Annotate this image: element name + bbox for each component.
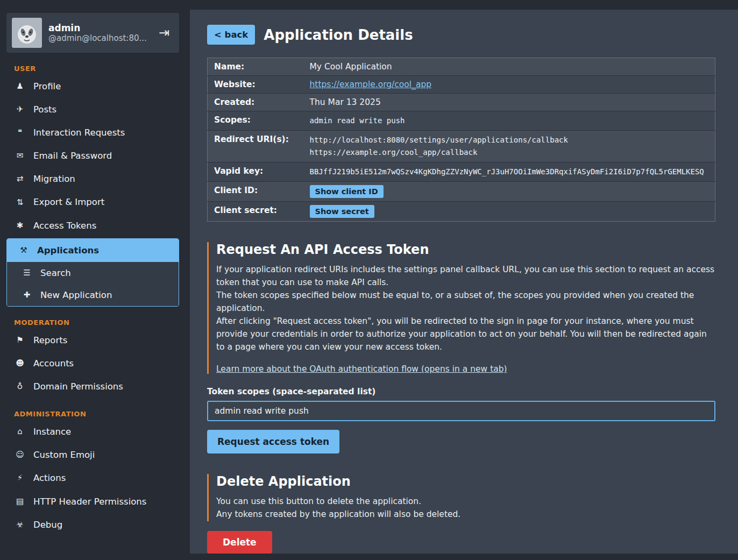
table-row: Name:My Cool Application bbox=[208, 58, 715, 76]
sidebar-group-applications: ⚒Applications☰Search✚New Application bbox=[6, 238, 179, 307]
header-lines-icon: ▤ bbox=[14, 496, 26, 507]
sidebar-item-label: Access Tokens bbox=[33, 219, 96, 232]
bug-icon: ☣ bbox=[14, 519, 26, 530]
paragraph: You can use this button to delete the ap… bbox=[216, 495, 715, 508]
globe-icon: ♁ bbox=[14, 381, 26, 392]
sidebar-item-http-header-permissions[interactable]: ▤HTTP Header Permissions bbox=[0, 490, 186, 513]
plus-icon: ✚ bbox=[21, 289, 33, 301]
sidebar-item-label: Applications bbox=[37, 244, 99, 257]
sidebar-item-migration[interactable]: ⇄Migration bbox=[0, 167, 186, 190]
table-row-value: BBJffJ219b5iE512m7wQSzv4KgKDhgZZVzNyWC_r… bbox=[310, 162, 715, 182]
detail-text: Thu Mar 13 2025 bbox=[310, 97, 381, 107]
sidebar-item-label: Debug bbox=[33, 519, 62, 531]
table-row-label: Redirect URI(s): bbox=[208, 131, 310, 162]
token-section: Request An API Access Token If your appl… bbox=[207, 242, 715, 453]
details-table-body: Name:My Cool ApplicationWebsite:https://… bbox=[208, 58, 715, 222]
user-handle: @admin@localhost:80... bbox=[48, 33, 152, 43]
back-button[interactable]: < back bbox=[207, 25, 255, 45]
table-row-label: Created: bbox=[208, 94, 310, 111]
sidebar-item-label: Custom Emoji bbox=[33, 449, 95, 461]
token-scopes-input[interactable] bbox=[207, 401, 715, 421]
show-client-id-button[interactable]: Show client ID bbox=[310, 185, 384, 198]
delete-button[interactable]: Delete bbox=[207, 531, 272, 554]
delete-section-title: Delete Application bbox=[216, 474, 715, 489]
sidebar-item-label: HTTP Header Permissions bbox=[33, 495, 146, 508]
sidebar-item-posts[interactable]: ✈Posts bbox=[0, 98, 186, 121]
table-row: Vapid key:BBJffJ219b5iE512m7wQSzv4KgKDhg… bbox=[208, 162, 715, 182]
user-icon: ♟ bbox=[14, 81, 26, 92]
sidebar-item-actions[interactable]: ⚡Actions bbox=[0, 466, 186, 490]
table-row-value: Show secret bbox=[310, 202, 715, 222]
request-access-token-button[interactable]: Request access token bbox=[207, 430, 339, 453]
delete-paragraphs: You can use this button to delete the ap… bbox=[216, 495, 715, 521]
table-row: Scopes:admin read write push bbox=[208, 111, 715, 131]
table-row-label: Name: bbox=[208, 58, 310, 76]
token-section-title: Request An API Access Token bbox=[216, 242, 715, 257]
paragraph: The token scopes specified below must be… bbox=[216, 289, 715, 315]
sidebar-subitem-search[interactable]: ☰Search bbox=[7, 262, 179, 284]
logout-icon[interactable]: ⇥ bbox=[159, 25, 174, 40]
page-title: Application Details bbox=[264, 27, 413, 43]
table-row-value: admin read write push bbox=[310, 111, 715, 131]
detail-text: My Cool Application bbox=[310, 62, 392, 72]
show-secret-button[interactable]: Show secret bbox=[310, 205, 374, 218]
detail-link[interactable]: https://example.org/cool_app bbox=[310, 80, 432, 89]
sidebar-section-label: MODERATION bbox=[14, 318, 172, 327]
table-row-value: Show client ID bbox=[310, 182, 715, 202]
sidebar-section-label: USER bbox=[14, 65, 172, 73]
sitemap-icon: ⌂ bbox=[14, 426, 26, 437]
sidebar-item-debug[interactable]: ☣Debug bbox=[0, 513, 186, 536]
paragraph: Any tokens created by the application wi… bbox=[216, 508, 715, 521]
users-icon: ☻ bbox=[14, 358, 26, 369]
oauth-docs-link[interactable]: Learn more about the OAuth authenticatio… bbox=[216, 364, 507, 374]
sidebar-item-applications[interactable]: ⚒Applications bbox=[7, 239, 179, 262]
table-row-label: Website: bbox=[208, 76, 310, 94]
sidebar-item-label: Instance bbox=[33, 426, 71, 438]
bolt-icon: ⚡ bbox=[14, 472, 26, 484]
sidebar-item-access-tokens[interactable]: ✱Access Tokens bbox=[0, 214, 186, 237]
smiley-icon: ☺ bbox=[14, 449, 26, 460]
sidebar-item-instance[interactable]: ⌂Instance bbox=[0, 420, 186, 443]
transfer-arrows-icon: ⇄ bbox=[14, 173, 26, 185]
table-row-label: Vapid key: bbox=[208, 162, 310, 182]
table-row: Client ID:Show client ID bbox=[208, 182, 715, 202]
table-row-label: Scopes: bbox=[208, 111, 310, 131]
save-icon: ⇅ bbox=[14, 197, 26, 208]
sidebar-item-label: Domain Permissions bbox=[33, 380, 123, 393]
avatar bbox=[12, 18, 42, 48]
sidebar-item-label: Export & Import bbox=[33, 196, 104, 208]
table-row-value: https://example.org/cool_app bbox=[310, 76, 715, 94]
table-row-label: Client ID: bbox=[208, 182, 310, 202]
sidebar-item-email-password[interactable]: ✉Email & Password bbox=[0, 144, 186, 167]
table-row-value: Thu Mar 13 2025 bbox=[310, 94, 715, 111]
sidebar-sublist: ☰Search✚New Application bbox=[7, 262, 179, 306]
table-row: Created:Thu Mar 13 2025 bbox=[208, 94, 715, 111]
table-row: Website:https://example.org/cool_app bbox=[208, 76, 715, 94]
sidebar-item-custom-emoji[interactable]: ☺Custom Emoji bbox=[0, 443, 186, 466]
sidebar-item-export-import[interactable]: ⇅Export & Import bbox=[0, 190, 186, 214]
application-details-panel: < back Application Details Name:My Cool … bbox=[190, 10, 738, 554]
sidebar: admin @admin@localhost:80... ⇥ USER♟Prof… bbox=[0, 0, 186, 560]
sidebar-item-domain-permissions[interactable]: ♁Domain Permissions bbox=[0, 375, 186, 398]
detail-mono: admin read write push bbox=[310, 116, 405, 125]
sidebar-item-label: Migration bbox=[33, 173, 75, 185]
sidebar-item-label: Email & Password bbox=[33, 150, 112, 162]
sidebar-item-reports[interactable]: ⚑Reports bbox=[0, 329, 186, 352]
sidebar-item-profile[interactable]: ♟Profile bbox=[0, 75, 186, 98]
table-row-value: http://localhost:8080/settings/user/appl… bbox=[310, 131, 715, 162]
paragraph: After clicking "Request access token", y… bbox=[216, 315, 715, 354]
paper-plane-icon: ✈ bbox=[14, 104, 26, 115]
detail-mono: BBJffJ219b5iE512m7wQSzv4KgKDhgZZVzNyWC_r… bbox=[310, 167, 704, 176]
table-row: Client secret:Show secret bbox=[208, 202, 715, 222]
table-row: Redirect URI(s):http://localhost:8080/se… bbox=[208, 131, 715, 162]
application-details-table: Name:My Cool ApplicationWebsite:https://… bbox=[207, 58, 715, 222]
sidebar-item-label: Interaction Requests bbox=[33, 126, 125, 139]
sidebar-item-interaction-requests[interactable]: ❝Interaction Requests bbox=[0, 121, 186, 144]
delete-section: Delete Application You can use this butt… bbox=[207, 474, 715, 554]
page-head: < back Application Details bbox=[207, 25, 715, 45]
tools-icon: ⚒ bbox=[18, 245, 30, 256]
delete-section-description: Delete Application You can use this butt… bbox=[207, 474, 715, 521]
sidebar-subitem-label: Search bbox=[40, 267, 71, 279]
sidebar-subitem-new-application[interactable]: ✚New Application bbox=[7, 284, 179, 306]
sidebar-item-accounts[interactable]: ☻Accounts bbox=[0, 352, 186, 375]
